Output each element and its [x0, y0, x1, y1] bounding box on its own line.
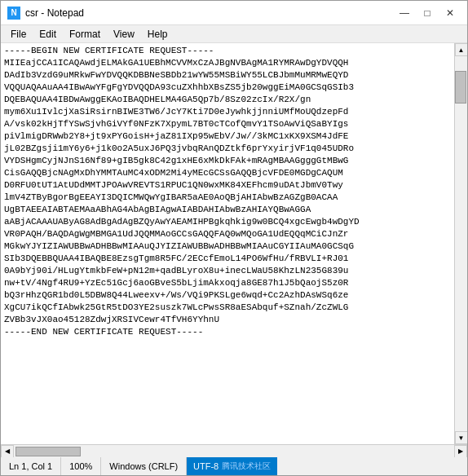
scroll-down-arrow[interactable]: ▼ — [455, 431, 468, 444]
notepad-window: N csr - Notepad — □ ✕ File Edit Format V… — [0, 0, 468, 476]
menu-help[interactable]: Help — [141, 27, 174, 42]
scroll-right-arrow[interactable]: ▶ — [454, 445, 467, 458]
title-controls: — □ ✕ — [394, 5, 461, 21]
app-icon: N — [7, 7, 20, 20]
status-zoom: 100% — [61, 457, 101, 475]
scroll-thumb[interactable] — [455, 71, 466, 104]
menu-format[interactable]: Format — [63, 27, 107, 42]
extra-label: 腾讯技术社区 — [222, 461, 271, 472]
status-line-col: Ln 1, Col 1 — [1, 457, 61, 475]
menu-edit[interactable]: Edit — [33, 27, 63, 42]
close-button[interactable]: ✕ — [439, 5, 461, 21]
hscroll-track — [14, 445, 454, 457]
certificate-text: -----BEGIN NEW CERTIFICATE REQUEST----- … — [4, 45, 451, 338]
minimize-button[interactable]: — — [394, 5, 415, 21]
menu-bar: File Edit Format View Help — [1, 25, 467, 43]
hscroll-thumb[interactable] — [15, 447, 81, 456]
window-title: csr - Notepad — [25, 7, 84, 19]
maximize-button[interactable]: □ — [417, 5, 438, 21]
title-bar: N csr - Notepad — □ ✕ — [1, 1, 467, 25]
vertical-scrollbar[interactable]: ▲ ▼ — [454, 43, 467, 444]
menu-view[interactable]: View — [107, 27, 141, 42]
title-bar-left: N csr - Notepad — [7, 7, 84, 20]
encoding-label: UTF-8 — [193, 461, 219, 471]
scroll-up-arrow[interactable]: ▲ — [455, 43, 468, 56]
editor-area: -----BEGIN NEW CERTIFICATE REQUEST----- … — [1, 43, 467, 444]
status-bar: Ln 1, Col 1 100% Windows (CRLF) UTF-8 腾讯… — [1, 457, 467, 475]
menu-file[interactable]: File — [4, 27, 33, 42]
horizontal-scrollbar[interactable]: ◀ ▶ — [1, 444, 467, 457]
text-content-area[interactable]: -----BEGIN NEW CERTIFICATE REQUEST----- … — [1, 43, 454, 444]
status-encoding: UTF-8 腾讯技术社区 — [187, 457, 277, 475]
scroll-left-arrow[interactable]: ◀ — [1, 445, 14, 458]
status-line-ending: Windows (CRLF) — [101, 457, 187, 475]
